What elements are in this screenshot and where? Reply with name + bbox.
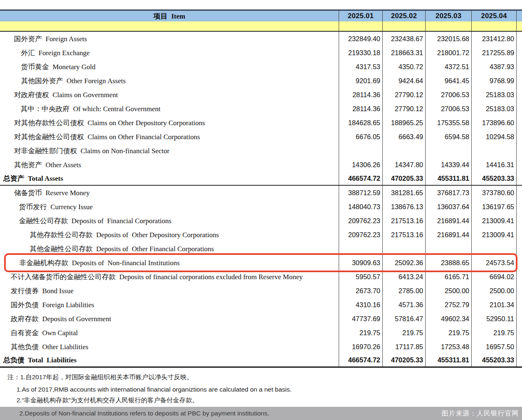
value-cell: 2673.70	[339, 284, 382, 298]
clipped-cell	[516, 242, 522, 256]
value-cell: 136197.65	[471, 200, 516, 214]
value-cell: 388712.59	[339, 186, 382, 200]
item-label: 其他负债 Other Liabilities	[0, 342, 339, 352]
value-cell: 219330.18	[339, 46, 382, 60]
item-label-zh: 其他国外资产	[21, 77, 63, 85]
table-row: 国外资产 Foreign Assets 232849.40 232438.67 …	[0, 32, 522, 46]
table-row: 总资产 Total Assets 466574.72 470205.33 455…	[0, 172, 522, 186]
table-row: 储备货币 Reserve Money 388712.59 381281.65 3…	[0, 186, 522, 200]
value-cell: 148040.73	[339, 200, 382, 214]
value-cell: 25183.03	[471, 88, 516, 102]
item-label-zh: 国外资产	[14, 35, 42, 43]
clipped-cell	[516, 214, 522, 228]
clipped-cell	[516, 228, 522, 242]
item-label-en: Foreign Liabilities	[39, 301, 94, 309]
value-cell: 213009.41	[471, 214, 516, 228]
value-cell: 23888.65	[425, 256, 471, 270]
clipped-cell	[516, 256, 522, 270]
clipped-cell	[516, 340, 522, 354]
clipped-cell	[516, 200, 522, 214]
item-label-zh: 对其他存款性公司债权	[14, 119, 84, 127]
table-row: 其他国外资产 Other Foreign Assets 9201.69 9424…	[0, 74, 522, 88]
item-label-en: Deposits of Other Depository Corporation…	[93, 231, 219, 239]
clipped-cell	[516, 186, 522, 200]
item-label-en: Other Assets	[42, 161, 81, 169]
value-cell: 4372.51	[425, 60, 471, 74]
value-cell: 9641.45	[425, 74, 471, 88]
clipped-cell	[516, 116, 522, 130]
table-body: 国外资产 Foreign Assets 232849.40 232438.67 …	[0, 32, 522, 368]
table-row: 发行债券 Bond Issue 2673.70 2785.00 2500.00 …	[0, 284, 522, 298]
item-label-en: Claims on Non-financial Sector	[77, 147, 169, 155]
table-header-row: 项目 Item 2025.01 2025.02 2025.03 2025.04	[0, 11, 522, 21]
value-cell: 4317.53	[339, 60, 382, 74]
value-cell: 219.75	[425, 326, 471, 340]
clipped-cell	[516, 130, 522, 144]
value-cell: 218663.31	[382, 46, 425, 60]
value-cell: 2101.34	[471, 298, 516, 312]
value-cell: 216891.44	[425, 214, 471, 228]
item-label-zh: 政府存款	[11, 315, 39, 323]
item-label: 对政府债权 Claims on Government	[0, 90, 339, 100]
table-row: 不计入储备货币的金融性公司存款 Deposits of financial co…	[0, 270, 522, 284]
value-cell: 16970.26	[339, 340, 382, 354]
value-cell: 6676.05	[339, 130, 382, 144]
clipped-cell	[516, 32, 522, 46]
item-label-en: Deposits of financial corporations exclu…	[116, 273, 303, 281]
item-label: 其中：中央政府 Of which: Central Government	[0, 104, 339, 114]
item-label-en: Foreign Exchange	[35, 49, 90, 57]
value-cell: 2752.79	[425, 298, 471, 312]
item-label-en: Bond Issue	[39, 287, 74, 295]
item-header-en: Item	[171, 12, 185, 20]
item-label-en: Monetary Gold	[49, 63, 96, 71]
table-row: 外汇 Foreign Exchange 219330.18 218663.31 …	[0, 46, 522, 60]
value-cell: 381281.65	[382, 186, 425, 200]
value-cell: 217513.16	[382, 214, 425, 228]
item-label: 储备货币 Reserve Money	[0, 188, 339, 198]
value-cell: 376817.73	[425, 186, 471, 200]
value-cell: 6694.02	[471, 270, 516, 284]
value-cell: 6594.58	[425, 130, 471, 144]
item-label-zh: 其他资产	[14, 161, 42, 169]
item-label: 外汇 Foreign Exchange	[0, 48, 339, 58]
item-label-zh: 国外负债	[11, 301, 39, 309]
value-cell: 4571.36	[382, 298, 425, 312]
item-label-en: Deposits of Financial Corporations	[68, 217, 171, 225]
item-label-zh: 其他金融性公司存款	[30, 245, 93, 253]
item-label: 不计入储备货币的金融性公司存款 Deposits of financial co…	[0, 272, 339, 282]
item-column-header: 项目 Item	[0, 11, 339, 21]
value-cell: 232849.40	[339, 32, 382, 46]
value-cell: 455203.33	[471, 172, 516, 185]
table-row: 其中：中央政府 Of which: Central Government 281…	[0, 102, 522, 116]
table-row: 金融性公司存款 Deposits of Financial Corporatio…	[0, 214, 522, 228]
table-row: 其他金融性公司存款 Deposits of Other Financial Co…	[0, 242, 522, 256]
value-cell: 138676.13	[382, 200, 425, 214]
footnote-1-en: 1.As of 2017,RMB accounts with internati…	[16, 386, 292, 393]
clipped-column-header	[516, 11, 522, 21]
value-cell: 28114.36	[339, 102, 382, 116]
item-label: 对其他金融性公司债权 Claims on Other Financial Cor…	[0, 132, 339, 142]
value-cell: 231412.80	[471, 32, 516, 46]
item-label: 发行债券 Bond Issue	[0, 286, 339, 296]
value-cell: 27790.12	[382, 88, 425, 102]
item-label-en: Claims on Other Financial Corporations	[84, 133, 200, 141]
subheader-cell	[382, 21, 425, 31]
item-label-en: Total Assets	[24, 175, 63, 182]
item-label-zh: 外汇	[21, 49, 35, 57]
item-label-en: Reserve Money	[42, 189, 90, 197]
item-label: 国外负债 Foreign Liabilities	[0, 300, 339, 310]
value-cell: 17117.85	[382, 340, 425, 354]
value-cell: 17253.48	[425, 340, 471, 354]
table-row: 对非金融性部门债权 Claims on Non-financial Sector	[0, 144, 522, 158]
item-label: 总资产 Total Assets	[0, 174, 339, 183]
value-cell: 30909.63	[339, 256, 382, 270]
value-cell: 218001.72	[425, 46, 471, 60]
item-label: 政府存款 Deposits of Government	[0, 314, 339, 324]
value-cell: 4387.93	[471, 60, 516, 74]
value-cell: 217255.89	[471, 46, 516, 60]
table-row: 对其他金融性公司债权 Claims on Other Financial Cor…	[0, 130, 522, 144]
clipped-cell	[516, 312, 522, 326]
item-label: 对非金融性部门债权 Claims on Non-financial Sector	[0, 146, 339, 156]
item-label-zh: 货币发行	[19, 203, 47, 211]
value-cell	[425, 144, 471, 158]
